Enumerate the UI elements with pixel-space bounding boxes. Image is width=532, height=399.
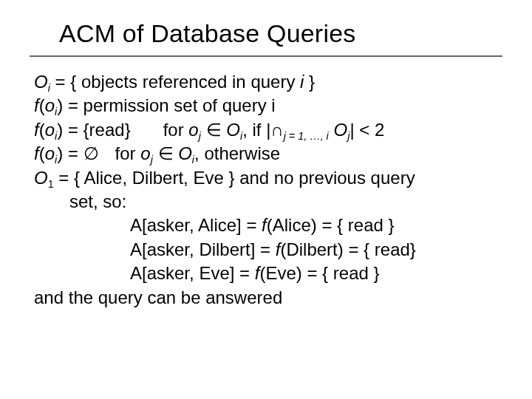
slide: ACM of Database Queries Oi = { objects r… xyxy=(0,0,532,399)
conclusion: and the query can be answered xyxy=(34,286,502,310)
assign-dilbert: A[asker, Dilbert] = f(Dilbert) = { read} xyxy=(34,238,502,262)
def-read: f(oi) = {read}for oj ∈ Oi, if |∩j = 1, …… xyxy=(34,118,502,142)
assign-eve: A[asker, Eve] = f(Eve) = { read } xyxy=(34,262,502,285)
o1-set: O1 = { Alice, Dilbert, Eve } and no prev… xyxy=(34,166,502,190)
set-so: set, so: xyxy=(34,190,502,214)
slide-body: Oi = { objects referenced in query i } f… xyxy=(30,70,502,310)
def-perm: f(oi) = permission set of query i xyxy=(34,94,502,117)
def-empty: f(oi) = ∅for oj ∈ Oi, otherwise xyxy=(34,142,502,166)
assign-alice: A[asker, Alice] = f(Alice) = { read } xyxy=(34,214,502,237)
def-set-oi: Oi = { objects referenced in query i } xyxy=(34,70,502,94)
slide-title: ACM of Database Queries xyxy=(30,15,502,57)
